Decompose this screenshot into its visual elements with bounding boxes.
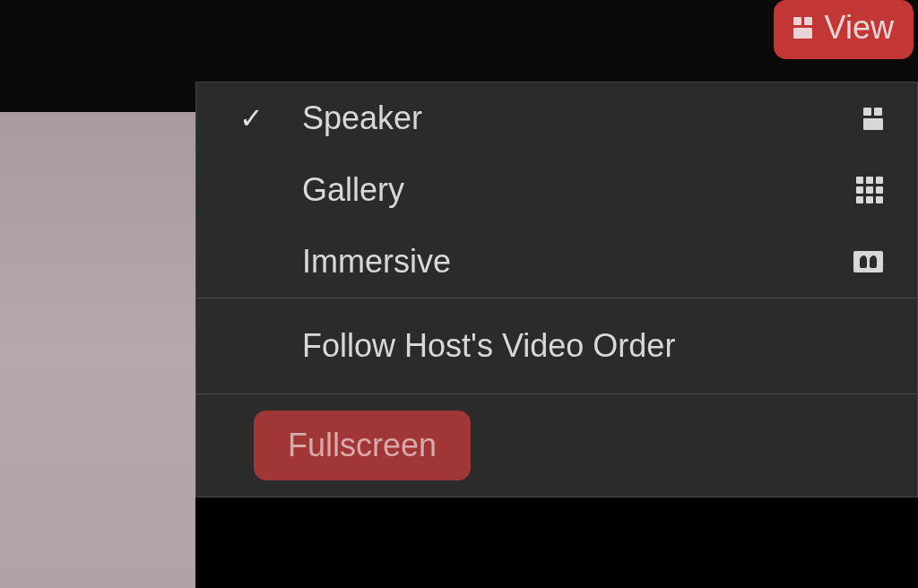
view-menu: ✓ Speaker Gallery Immersive (195, 82, 918, 497)
view-button[interactable]: View (774, 0, 914, 59)
menu-item-gallery[interactable]: Gallery (196, 154, 917, 226)
fullscreen-label: Fullscreen (288, 427, 437, 463)
fullscreen-section: Fullscreen (196, 394, 917, 497)
fullscreen-button[interactable]: Fullscreen (254, 411, 471, 480)
gallery-layout-icon (856, 177, 883, 203)
menu-item-label: Immersive (302, 243, 853, 281)
menu-item-label: Follow Host's Video Order (302, 327, 890, 365)
view-layout-icon (793, 17, 812, 39)
menu-item-speaker[interactable]: ✓ Speaker (196, 82, 917, 154)
menu-item-follow-host[interactable]: Follow Host's Video Order (196, 298, 917, 393)
check-icon: ✓ (239, 101, 264, 135)
menu-item-label: Speaker (302, 99, 863, 137)
order-section: Follow Host's Video Order (196, 298, 917, 394)
view-button-label: View (825, 9, 894, 47)
video-background (0, 112, 195, 588)
layout-section: ✓ Speaker Gallery Immersive (196, 82, 917, 298)
speaker-layout-icon (863, 108, 883, 130)
immersive-layout-icon (853, 251, 883, 272)
menu-item-label: Gallery (302, 171, 856, 209)
menu-item-immersive[interactable]: Immersive (196, 226, 917, 298)
